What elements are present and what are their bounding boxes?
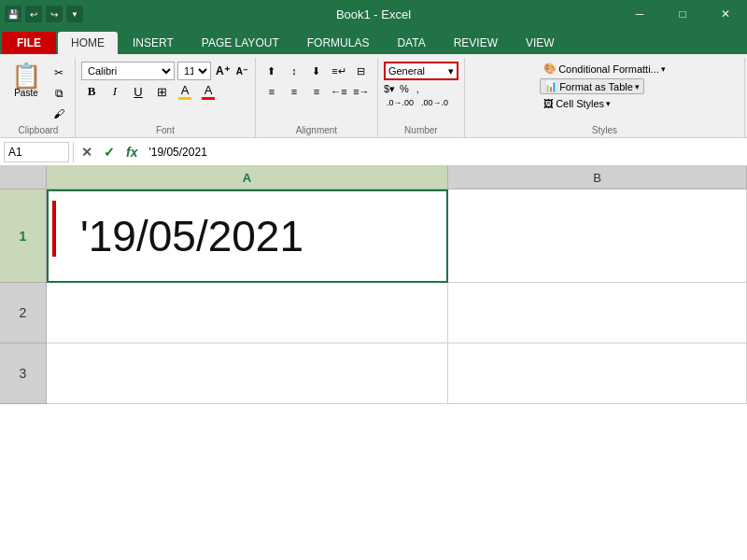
- tab-home[interactable]: HOME: [58, 32, 118, 54]
- font-family-select[interactable]: Calibri: [81, 62, 175, 80]
- fill-color-bar: [178, 97, 191, 100]
- number-format-chevron: ▾: [448, 65, 454, 77]
- cell-reference-box[interactable]: A1: [4, 142, 69, 162]
- cut-button[interactable]: ✂: [49, 63, 69, 82]
- format-table-icon: 📊: [544, 80, 557, 92]
- cell-a3[interactable]: [47, 343, 448, 404]
- format-table-label: Format as Table: [559, 81, 633, 92]
- conditional-formatting-button[interactable]: 🎨 Conditional Formatti... ▾: [540, 62, 669, 76]
- paste-label: Paste: [14, 88, 38, 98]
- text-wrap-button[interactable]: ≡↵: [329, 62, 349, 80]
- fill-icon: A: [181, 83, 190, 97]
- font-increase-button[interactable]: A⁺: [214, 64, 232, 77]
- clipboard-group: 📋 Paste ✂ ⧉ 🖌 Clipboard: [2, 58, 76, 137]
- restore-button[interactable]: □: [661, 0, 704, 28]
- formula-cancel-button[interactable]: ✕: [78, 145, 96, 160]
- formula-divider: [73, 142, 74, 162]
- tab-insert[interactable]: INSERT: [120, 32, 187, 54]
- col-header-a[interactable]: A: [47, 166, 448, 189]
- tab-page-layout[interactable]: PAGE LAYOUT: [189, 32, 292, 54]
- align-left-button[interactable]: ≡: [261, 82, 282, 101]
- font-color-button[interactable]: A: [198, 82, 218, 101]
- window-controls[interactable]: ─ □ ✕: [618, 0, 747, 28]
- alignment-controls: ⬆︎ ↕ ⬇︎ ≡↵ ⊟ ≡ ≡ ≡ ←≡ ≡→: [261, 60, 372, 123]
- font-group-label: Font: [156, 125, 175, 135]
- currency-button[interactable]: $▾: [384, 83, 395, 95]
- comma-button[interactable]: ,: [414, 82, 422, 95]
- minimize-button[interactable]: ─: [618, 0, 661, 28]
- tab-formulas[interactable]: FORMULAS: [294, 32, 383, 54]
- merge-center-button[interactable]: ⊟: [351, 62, 372, 80]
- corner-cell: [0, 166, 47, 189]
- underline-button[interactable]: U: [128, 82, 148, 101]
- row-header-2[interactable]: 2: [0, 283, 47, 343]
- format-table-chevron: ▾: [635, 82, 640, 91]
- align-right-button[interactable]: ≡: [306, 82, 327, 101]
- formula-input[interactable]: [145, 142, 743, 162]
- row-header-3[interactable]: 3: [0, 343, 47, 404]
- fill-color-button[interactable]: A: [175, 82, 195, 101]
- align-row2: ≡ ≡ ≡ ←≡ ≡→: [261, 82, 372, 101]
- tab-view[interactable]: VIEW: [513, 32, 568, 54]
- format-as-table-button[interactable]: 📊 Format as Table ▾: [540, 78, 644, 94]
- save-icon[interactable]: 💾: [5, 6, 21, 22]
- cell-styles-button[interactable]: 🖼 Cell Styles ▾: [540, 97, 614, 110]
- styles-group: 🎨 Conditional Formatti... ▾ 📊 Format as …: [465, 58, 745, 137]
- clipboard-label: Clipboard: [19, 125, 59, 135]
- conditional-icon: 🎨: [543, 63, 557, 75]
- quick-access-more-icon[interactable]: ▼: [66, 6, 83, 22]
- font-color-bar: [202, 97, 215, 100]
- number-group: General ▾ $▾ % , .0→.00 .00→.0 Number: [378, 58, 465, 137]
- number-format-value: General: [388, 65, 425, 77]
- cell-b1[interactable]: [448, 189, 747, 283]
- column-header-row: A B: [0, 166, 747, 189]
- tab-data[interactable]: DATA: [384, 32, 438, 54]
- styles-label: Styles: [592, 125, 617, 135]
- tab-review[interactable]: REVIEW: [441, 32, 511, 54]
- cell-a1-value: '19/05/2021: [52, 211, 303, 261]
- align-center-button[interactable]: ≡: [284, 82, 304, 101]
- align-top-button[interactable]: ⬆︎: [261, 62, 282, 80]
- font-decrease-button[interactable]: A⁻: [234, 66, 249, 77]
- italic-button[interactable]: I: [105, 82, 125, 101]
- col-header-b[interactable]: B: [448, 166, 747, 189]
- bold-button[interactable]: B: [81, 82, 102, 101]
- tab-file[interactable]: FILE: [2, 32, 56, 54]
- format-painter-button[interactable]: 🖌: [49, 105, 69, 123]
- redo-icon[interactable]: ↪: [46, 6, 63, 22]
- number-row2: .0→.00 .00→.0: [384, 97, 451, 108]
- cell-a1[interactable]: '19/05/2021: [47, 189, 448, 283]
- cell-a2[interactable]: [47, 283, 448, 343]
- indent-decrease-button[interactable]: ←≡: [329, 82, 349, 101]
- row-header-1[interactable]: 1: [0, 189, 47, 283]
- decimal-decrease-button[interactable]: .00→.0: [418, 97, 451, 108]
- table-row: 2: [0, 283, 747, 343]
- insert-function-button[interactable]: fx: [122, 145, 141, 160]
- number-format-select[interactable]: General ▾: [384, 62, 458, 80]
- decimal-increase-button[interactable]: .0→.00: [384, 97, 416, 108]
- font-color-icon: A: [204, 83, 213, 97]
- percent-button[interactable]: %: [397, 82, 412, 95]
- font-row2: B I U ⊞ A A: [81, 82, 218, 101]
- align-bottom-button[interactable]: ⬇︎: [306, 62, 327, 80]
- font-size-select[interactable]: 11: [177, 62, 211, 80]
- align-middle-button[interactable]: ↕: [284, 62, 304, 80]
- table-row: 3: [0, 343, 747, 404]
- ribbon-tabs: FILE HOME INSERT PAGE LAYOUT FORMULAS DA…: [0, 28, 747, 54]
- cell-ref-value: A1: [8, 146, 22, 159]
- border-button[interactable]: ⊞: [151, 82, 172, 101]
- number-controls: General ▾ $▾ % , .0→.00 .00→.0: [384, 60, 458, 123]
- formula-confirm-button[interactable]: ✓: [100, 145, 119, 160]
- cell-b2[interactable]: [448, 283, 747, 343]
- quick-access-toolbar[interactable]: 💾 ↩ ↪ ▼: [5, 6, 83, 22]
- clipboard-controls: 📋 Paste ✂ ⧉ 🖌: [7, 60, 69, 123]
- copy-button[interactable]: ⧉: [49, 84, 69, 103]
- clipboard-small-buttons: ✂ ⧉ 🖌: [49, 62, 69, 123]
- paste-icon: 📋: [11, 63, 41, 88]
- close-button[interactable]: ✕: [704, 0, 747, 28]
- paste-button[interactable]: 📋 Paste: [7, 62, 45, 100]
- indent-increase-button[interactable]: ≡→: [351, 82, 372, 101]
- ribbon: 📋 Paste ✂ ⧉ 🖌 Clipboard Calibri 11 A⁺ A⁻: [0, 54, 747, 138]
- cell-b3[interactable]: [448, 343, 747, 404]
- undo-icon[interactable]: ↩: [25, 6, 42, 22]
